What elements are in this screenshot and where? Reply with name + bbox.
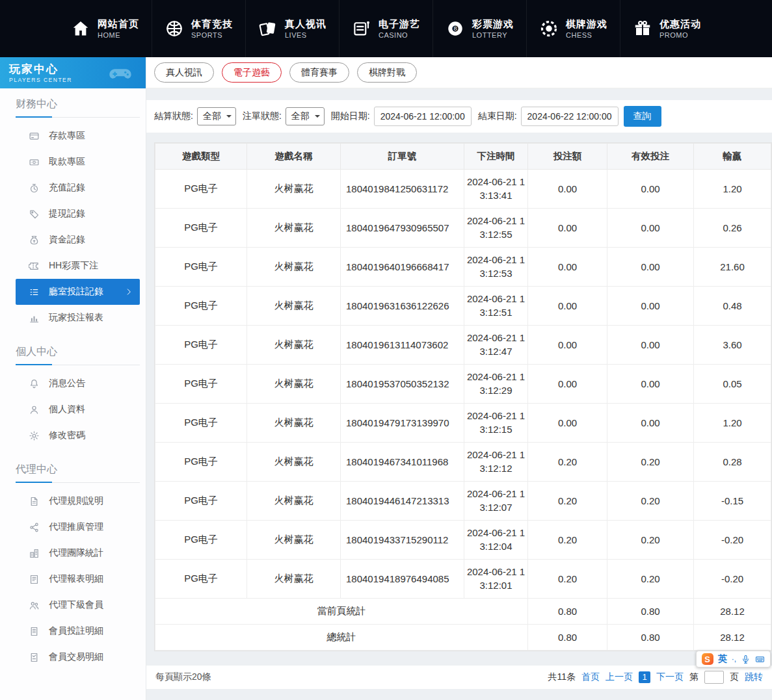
bet-amount-cell: 0.20 <box>528 520 607 559</box>
game-name-cell: 火树赢花 <box>247 208 341 247</box>
valid-bet-cell: 0.00 <box>607 286 694 325</box>
bet-time-cell: 2024-06-21 13:13:41 <box>464 169 528 208</box>
mic-icon[interactable] <box>741 655 751 664</box>
nav-item-text: 电子游艺CASINO <box>379 18 420 40</box>
current-page[interactable]: 1 <box>639 671 650 683</box>
sidebar-item[interactable]: 資金記錄 <box>16 227 140 253</box>
nav-label-en: CHESS <box>566 31 607 40</box>
game-name-cell: 火树赢花 <box>247 403 341 442</box>
sidebar-item[interactable]: 代理團隊統計 <box>16 540 140 566</box>
sidebar-section: 代理中心代理規則說明代理推廣管理代理團隊統計代理報表明細代理下級會員會員投註明細… <box>16 454 140 675</box>
sidebar-item[interactable]: 修改密碼 <box>16 422 140 448</box>
agent-promo-icon <box>29 522 40 533</box>
bet-time-cell: 2024-06-21 13:12:12 <box>464 442 528 481</box>
sidebar-item[interactable]: 會員交易明細 <box>16 644 140 670</box>
sidebar-item-label: 消息公告 <box>49 378 85 389</box>
records-table: 遊戲類型遊戲名稱訂單號下注時間投注額有效投注輸贏 PG电子火树赢花1804019… <box>155 143 771 651</box>
sidebar-item-label: 代理報表明細 <box>49 573 103 585</box>
win-loss-cell: 0.26 <box>694 208 771 247</box>
next-page-link[interactable]: 下一页 <box>656 671 684 683</box>
game-tab[interactable]: 真人視訊 <box>154 62 214 83</box>
win-loss-cell: -0.15 <box>694 481 771 520</box>
ime-punct-toggle[interactable]: ·, <box>732 655 736 664</box>
tabs-bar: 真人視訊電子遊藝體育賽事棋牌對戰 <box>146 57 772 88</box>
member-transaction-icon <box>29 652 40 663</box>
total-summary-row: 總統計 0.80 0.80 28.12 <box>155 624 771 650</box>
player-report-icon <box>29 313 40 324</box>
game-type-cell: PG电子 <box>155 520 247 559</box>
sidebar-item[interactable]: 會員投註明細 <box>16 618 140 644</box>
sidebar-item[interactable]: 代理下級會員 <box>16 592 140 618</box>
table-row: PG电子火树赢花18040194189764940852024-06-21 13… <box>155 559 771 598</box>
order-no-cell: 1804019433715290112 <box>341 520 464 559</box>
prev-page-link[interactable]: 上一页 <box>606 671 633 683</box>
ime-lang-toggle[interactable]: 英 <box>718 653 727 665</box>
sidebar-item[interactable]: 廳室投註記錄 <box>16 279 140 305</box>
bet-amount-cell: 0.00 <box>528 364 607 403</box>
nav-item-lives[interactable]: 真人视讯LIVES <box>245 0 339 57</box>
column-header: 下注時間 <box>464 143 528 169</box>
sidebar-item[interactable]: 消息公告 <box>16 370 140 396</box>
game-tab[interactable]: 體育賽事 <box>289 62 349 83</box>
search-button[interactable]: 查詢 <box>624 106 661 127</box>
sidebar-item[interactable]: 玩家投注報表 <box>16 305 140 331</box>
chevron-down-icon <box>226 115 232 120</box>
sogou-logo-icon[interactable]: S <box>702 653 713 665</box>
sidebar-item[interactable]: 取款專區 <box>16 149 140 175</box>
svg-text:8: 8 <box>453 25 457 32</box>
sidebar-item[interactable]: 個人資料 <box>16 396 140 422</box>
nav-item-casino[interactable]: 电子游艺CASINO <box>339 0 433 57</box>
order-no-cell: 1804019647930965507 <box>341 208 464 247</box>
sidebar-item[interactable]: 代理報表明細 <box>16 566 140 592</box>
sidebar-section-title: 财務中心 <box>16 88 140 118</box>
announcement-icon <box>29 378 40 389</box>
sidebar-item[interactable]: 充值記錄 <box>16 175 140 201</box>
game-type-cell: PG电子 <box>155 208 247 247</box>
page-jump-input[interactable] <box>704 671 724 684</box>
nav-item-home[interactable]: 网站首页HOME <box>59 0 152 57</box>
sidebar-item-label: 充值記錄 <box>49 182 85 194</box>
settle-status-select[interactable]: 全部 <box>197 107 236 125</box>
nav-item-promo[interactable]: 优惠活动PROMO <box>620 0 713 57</box>
nav-item-sports[interactable]: 体育竞技SPORTS <box>152 0 245 57</box>
page: 网站首页HOME体育竞技SPORTS真人视讯LIVES电子游艺CASINO8彩票… <box>0 0 772 700</box>
game-tab[interactable]: 棋牌對戰 <box>357 62 417 83</box>
game-name-cell: 火树赢花 <box>247 169 341 208</box>
nav-item-lottery[interactable]: 8彩票游戏LOTTERY <box>433 0 526 57</box>
end-date-input[interactable] <box>521 107 619 126</box>
page-summary-bet: 0.80 <box>528 598 607 624</box>
column-header: 遊戲名稱 <box>247 143 341 169</box>
sidebar-item[interactable]: 代理推廣管理 <box>16 514 140 540</box>
sidebar-section: 個人中心消息公告個人資料修改密碼 <box>16 336 140 454</box>
valid-bet-cell: 0.00 <box>607 247 694 286</box>
table-row: PG电子火树赢花18040194337152901122024-06-21 13… <box>155 520 771 559</box>
start-date-input[interactable] <box>374 107 472 126</box>
game-name-cell: 火树赢花 <box>247 559 341 598</box>
bet-amount-cell: 0.00 <box>528 208 607 247</box>
nav-item-chess[interactable]: 棋牌游戏CHESS <box>526 0 620 57</box>
deposit-icon <box>29 131 40 142</box>
jump-button[interactable]: 跳转 <box>745 671 763 683</box>
game-type-cell: PG电子 <box>155 481 247 520</box>
sidebar-item[interactable]: 代理規則說明 <box>16 488 140 514</box>
bet-time-cell: 2024-06-21 13:12:29 <box>464 364 528 403</box>
order-status-select[interactable]: 全部 <box>286 107 325 125</box>
win-loss-cell: 0.28 <box>694 442 771 481</box>
bet-amount-cell: 0.00 <box>528 325 607 364</box>
bet-time-cell: 2024-06-21 13:12:04 <box>464 520 528 559</box>
funds-record-icon <box>29 235 40 246</box>
nav-label-zh: 体育竞技 <box>191 18 233 31</box>
keyboard-icon[interactable] <box>755 655 765 664</box>
nav-label-en: CASINO <box>379 31 420 40</box>
recharge-record-icon <box>29 183 40 194</box>
sidebar-item[interactable]: HH彩票下注 <box>16 253 140 279</box>
game-name-cell: 火树赢花 <box>247 286 341 325</box>
game-tab[interactable]: 電子遊藝 <box>222 62 282 83</box>
table-row: PG电子火树赢花18040196479309655072024-06-21 13… <box>155 208 771 247</box>
nav-label-zh: 真人视讯 <box>285 18 326 31</box>
first-page-link[interactable]: 首页 <box>581 671 600 683</box>
sidebar-item[interactable]: 提現記錄 <box>16 201 140 227</box>
valid-bet-cell: 0.00 <box>607 208 694 247</box>
settle-status-label: 結算狀態: <box>154 110 193 122</box>
sidebar-item[interactable]: 存款專區 <box>16 123 140 149</box>
